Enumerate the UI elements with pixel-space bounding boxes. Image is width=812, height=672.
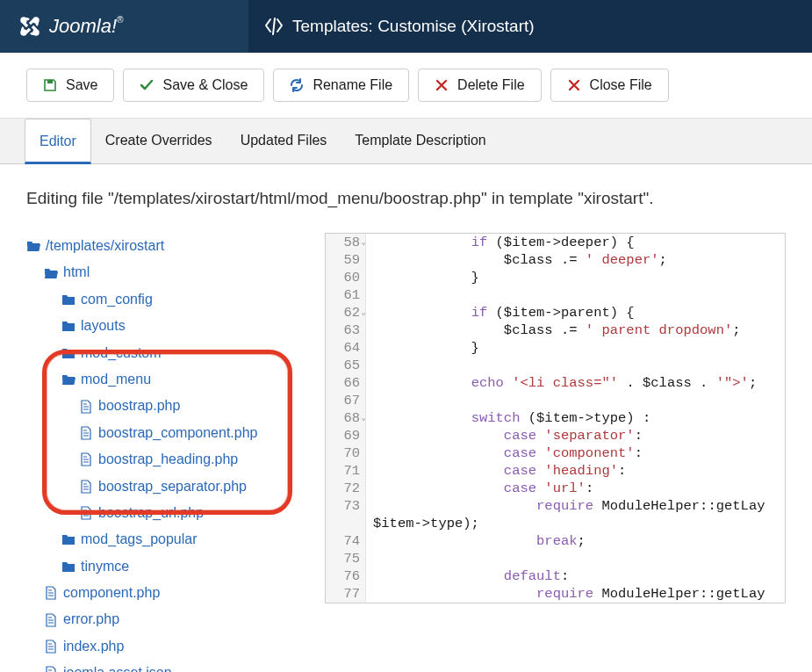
code-line[interactable]: $item->type); <box>326 515 785 532</box>
code-content[interactable]: case 'url': <box>366 480 600 497</box>
code-line[interactable]: 69 case 'separator': <box>326 427 785 444</box>
folder-open-icon <box>44 266 58 280</box>
folder-open-icon <box>61 372 75 387</box>
line-number: 58⌄ <box>326 234 366 251</box>
file-tree: /templates/xirostart html com_config <box>26 233 298 672</box>
code-content[interactable]: require ModuleHelper::getLay <box>366 497 772 515</box>
code-line[interactable]: 62⌄ if ($item->parent) { <box>326 304 785 322</box>
code-content[interactable]: case 'heading': <box>366 462 633 480</box>
code-line[interactable]: 65 <box>326 357 785 374</box>
line-number: 77 <box>326 585 366 603</box>
code-line[interactable]: 72 case 'url': <box>326 480 785 497</box>
tree-folder-tinymce[interactable]: tinymce <box>61 553 298 580</box>
tree-file-index-php[interactable]: index.php <box>44 633 298 660</box>
folder-icon <box>61 293 75 307</box>
code-line[interactable]: 73 require ModuleHelper::getLay <box>326 497 785 515</box>
tab-updated-files[interactable]: Updated Files <box>226 119 341 163</box>
line-number: 70 <box>326 444 366 462</box>
code-content[interactable]: } <box>366 269 486 286</box>
tree-file-boostrap-component[interactable]: boostrap_component.php <box>79 420 298 446</box>
line-number: 59 <box>326 251 366 269</box>
tree-folder-com-config[interactable]: com_config <box>61 286 298 313</box>
tab-template-description[interactable]: Template Description <box>341 119 499 163</box>
line-number: 65 <box>326 357 366 374</box>
code-line[interactable]: 67 <box>326 392 785 409</box>
tree-root[interactable]: /templates/xirostart <box>26 233 298 259</box>
code-line[interactable]: 71 case 'heading': <box>326 462 785 480</box>
code-content[interactable] <box>366 550 380 567</box>
code-line[interactable]: 74 break; <box>326 532 785 550</box>
tab-create-overrides[interactable]: Create Overrides <box>91 119 226 163</box>
code-line[interactable]: 58⌄ if ($item->deeper) { <box>326 234 785 251</box>
fold-icon[interactable]: ⌄ <box>362 307 366 317</box>
code-line[interactable]: 70 case 'component': <box>326 444 785 462</box>
tree-file-error-php[interactable]: error.php <box>44 606 298 632</box>
file-icon <box>44 586 58 600</box>
folder-icon <box>61 346 75 360</box>
code-content[interactable]: case 'component': <box>366 444 650 462</box>
tree-folder-mod-custom[interactable]: mod_custom <box>61 340 298 366</box>
code-content[interactable]: $class .= ' deeper'; <box>366 251 674 269</box>
code-content[interactable]: require ModuleHelper::getLay <box>366 585 772 603</box>
rename-label: Rename File <box>313 77 392 93</box>
save-button[interactable]: Save <box>26 69 114 102</box>
code-content[interactable] <box>366 357 380 374</box>
code-content[interactable]: if ($item->parent) { <box>366 304 642 322</box>
close-file-button[interactable]: Close File <box>550 69 669 102</box>
delete-file-button[interactable]: Delete File <box>418 69 541 102</box>
line-number: 71 <box>326 462 366 480</box>
code-content[interactable]: case 'separator': <box>366 427 650 444</box>
code-line[interactable]: 64 } <box>326 339 785 357</box>
code-content[interactable]: echo '<li class="' . $class . '">'; <box>366 374 764 392</box>
line-number: 64 <box>326 339 366 357</box>
tree-folder-mod-menu[interactable]: mod_menu <box>61 366 298 393</box>
line-number: 76 <box>326 567 366 585</box>
tree-folder-layouts[interactable]: layouts <box>61 313 298 339</box>
code-content[interactable]: switch ($item->type) : <box>366 409 658 427</box>
fold-icon[interactable]: ⌄ <box>362 237 366 247</box>
tree-folder-html[interactable]: html <box>44 259 298 285</box>
folder-open-icon <box>26 239 40 253</box>
code-line[interactable]: 66 echo '<li class="' . $class . '">'; <box>326 374 785 392</box>
line-number: 67 <box>326 392 366 409</box>
tree-file-boostrap-url[interactable]: boostrap_url.php <box>79 500 298 526</box>
tree-folder-mod-tags-popular[interactable]: mod_tags_popular <box>61 526 298 553</box>
code-content[interactable] <box>366 286 380 304</box>
page-title-area: Templates: Customise (Xirostart) <box>248 0 812 53</box>
code-line[interactable]: 77 require ModuleHelper::getLay <box>326 585 785 603</box>
code-line[interactable]: 60 } <box>326 269 785 286</box>
code-line[interactable]: 68⌄ switch ($item->type) : <box>326 409 785 427</box>
save-close-button[interactable]: Save & Close <box>123 69 264 102</box>
code-content[interactable]: if ($item->deeper) { <box>366 234 642 251</box>
line-number: 60 <box>326 269 366 286</box>
tree-file-boostrap-separator[interactable]: boostrap_separator.php <box>79 473 298 500</box>
tree-file-boostrap[interactable]: boostrap.php <box>79 393 298 419</box>
code-line[interactable]: 76 default: <box>326 567 785 585</box>
brand-area[interactable]: Joomla!® <box>0 0 248 53</box>
code-line[interactable]: 63 $class .= ' parent dropdown'; <box>326 322 785 339</box>
file-icon <box>44 613 58 627</box>
line-number: 68⌄ <box>326 409 366 427</box>
code-line[interactable]: 75 <box>326 550 785 567</box>
tree-file-joomla-asset[interactable]: joomla.asset.json <box>44 660 298 672</box>
tree-file-boostrap-heading[interactable]: boostrap_heading.php <box>79 446 298 473</box>
line-number: 61 <box>326 286 366 304</box>
tree-file-component-php[interactable]: component.php <box>44 580 298 606</box>
refresh-icon <box>290 78 304 92</box>
rename-file-button[interactable]: Rename File <box>273 69 409 102</box>
tab-editor[interactable]: Editor <box>25 119 91 164</box>
code-icon <box>264 17 284 36</box>
code-content[interactable]: default: <box>366 567 576 585</box>
code-line[interactable]: 59 $class .= ' deeper'; <box>326 251 785 269</box>
fold-icon[interactable]: ⌄ <box>362 413 366 423</box>
brand-name: Joomla!® <box>49 15 123 38</box>
line-number: 75 <box>326 550 366 567</box>
code-content[interactable]: } <box>366 339 486 357</box>
file-icon <box>79 400 93 414</box>
code-content[interactable]: break; <box>366 532 593 550</box>
code-content[interactable]: $item->type); <box>366 515 486 532</box>
code-line[interactable]: 61 <box>326 286 785 304</box>
code-editor[interactable]: 58⌄ if ($item->deeper) {59 $class .= ' d… <box>325 233 786 603</box>
code-content[interactable]: $class .= ' parent dropdown'; <box>366 322 748 339</box>
code-content[interactable] <box>366 392 380 409</box>
